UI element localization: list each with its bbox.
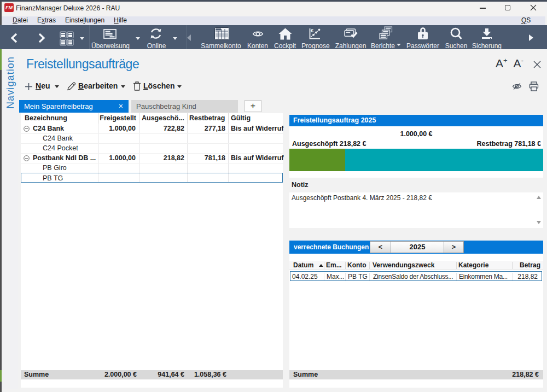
svg-text:€: €	[311, 28, 313, 33]
